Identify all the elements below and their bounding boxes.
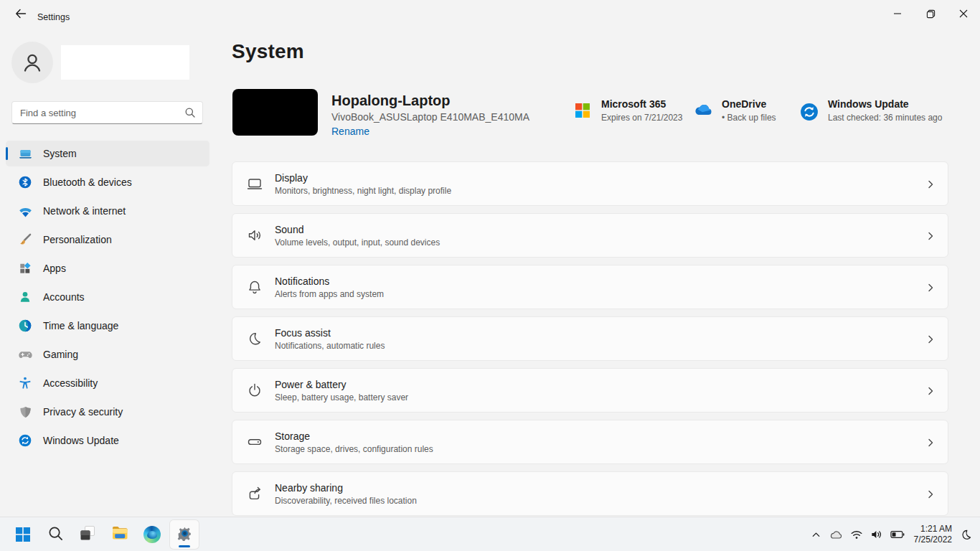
accessibility-icon: [17, 375, 33, 391]
status-card-subtitle: Last checked: 36 minutes ago: [828, 113, 942, 123]
volume-tray-icon[interactable]: [867, 529, 887, 540]
bell-icon: [246, 278, 263, 296]
row-sound[interactable]: Sound Volume levels, output, input, soun…: [232, 213, 948, 258]
settings-list: Display Monitors, brightness, night ligh…: [232, 161, 948, 523]
clock-time: 1:21 AM: [914, 524, 952, 534]
sidebar-item-label: Privacy & security: [43, 406, 123, 418]
device-name: Hopalong-Laptop: [331, 93, 529, 109]
sidebar-item-label: Accessibility: [43, 377, 98, 389]
search-input[interactable]: [12, 102, 202, 123]
shield-icon: [17, 404, 33, 420]
row-title: Power & battery: [275, 379, 408, 390]
row-display[interactable]: Display Monitors, brightness, night ligh…: [232, 161, 948, 206]
restore-button[interactable]: [914, 0, 947, 27]
taskbar-search-button[interactable]: [41, 520, 70, 549]
row-nearby-sharing[interactable]: Nearby sharing Discoverability, received…: [232, 471, 948, 516]
row-subtitle: Discoverability, received files location: [275, 496, 417, 506]
sidebar-item-label: Gaming: [43, 349, 78, 360]
sidebar-item-label: Bluetooth & devices: [43, 176, 132, 188]
wifi-icon: [17, 203, 33, 219]
row-subtitle: Storage space, drives, configuration rul…: [275, 444, 433, 454]
row-power-battery[interactable]: Power & battery Sleep, battery usage, ba…: [232, 368, 948, 413]
row-title: Nearby sharing: [275, 482, 417, 494]
sidebar-item-label: Accounts: [43, 291, 85, 303]
sidebar-item-apps[interactable]: Apps: [6, 255, 209, 281]
sidebar-item-label: System: [43, 148, 77, 159]
titlebar: Settings: [0, 0, 980, 29]
row-subtitle: Notifications, automatic rules: [275, 341, 385, 351]
row-subtitle: Monitors, brightness, night light, displ…: [275, 186, 451, 196]
edge-button[interactable]: [138, 520, 166, 549]
settings-taskbar-button[interactable]: [170, 520, 199, 549]
sidebar-item-personalization[interactable]: Personalization: [6, 227, 209, 253]
task-view-button[interactable]: [73, 520, 102, 549]
chevron-right-icon: [925, 489, 936, 503]
minimize-button[interactable]: [881, 0, 914, 27]
row-subtitle: Volume levels, output, input, sound devi…: [275, 237, 440, 248]
sidebar-item-system[interactable]: System: [6, 141, 209, 166]
sidebar-item-windows-update[interactable]: Windows Update: [6, 428, 209, 453]
status-card-microsoft-365[interactable]: Microsoft 365 Expires on 7/21/2023: [573, 98, 682, 123]
bluetooth-icon: [17, 174, 33, 190]
chevron-right-icon: [925, 334, 936, 348]
status-card-title: OneDrive: [722, 98, 776, 110]
file-explorer-icon: [110, 524, 129, 545]
onedrive-icon: [693, 103, 713, 117]
status-card-windows-update[interactable]: Windows Update Last checked: 36 minutes …: [799, 98, 942, 123]
person-icon: [20, 50, 44, 75]
row-storage[interactable]: Storage Storage space, drives, configura…: [232, 420, 948, 464]
apps-icon: [17, 260, 33, 276]
settings-gear-icon: [176, 524, 194, 545]
sidebar-item-gaming[interactable]: Gaming: [6, 342, 209, 367]
clock-globe-icon: [17, 318, 33, 334]
file-explorer-button[interactable]: [105, 520, 134, 549]
rename-link[interactable]: Rename: [331, 126, 369, 137]
windows-logo-icon: [14, 526, 32, 543]
sidebar-item-bluetooth-devices[interactable]: Bluetooth & devices: [6, 169, 209, 195]
sidebar-item-label: Network & internet: [43, 205, 126, 217]
edge-icon: [143, 526, 161, 543]
sidebar-item-network-internet[interactable]: Network & internet: [6, 198, 209, 224]
row-subtitle: Alerts from apps and system: [275, 289, 384, 299]
sidebar-item-label: Personalization: [43, 234, 112, 245]
sidebar-item-privacy-security[interactable]: Privacy & security: [6, 399, 209, 425]
sidebar-nav: System Bluetooth & devices Network & int…: [6, 141, 209, 456]
status-card-subtitle: Expires on 7/21/2023: [601, 113, 682, 123]
system-tray: 1:21 AM 7/25/2022: [807, 517, 976, 551]
row-focus-assist[interactable]: Focus assist Notifications, automatic ru…: [232, 316, 948, 361]
sidebar-item-accessibility[interactable]: Accessibility: [6, 370, 209, 396]
paintbrush-icon: [17, 232, 33, 248]
chevron-right-icon: [925, 385, 936, 400]
taskbar-clock[interactable]: 1:21 AM 7/25/2022: [914, 524, 952, 545]
sidebar-item-time-language[interactable]: Time & language: [6, 313, 209, 339]
tray-chevron-up-icon[interactable]: [807, 529, 825, 540]
device-thumbnail: [232, 89, 318, 136]
selected-indicator: [6, 147, 8, 160]
back-arrow-icon: [14, 7, 27, 23]
account-block[interactable]: [11, 42, 189, 83]
page-title: System: [232, 40, 304, 63]
search-box: [11, 101, 203, 124]
wifi-tray-icon[interactable]: [847, 529, 867, 540]
focus-assist-moon-icon[interactable]: [956, 529, 976, 541]
row-notifications[interactable]: Notifications Alerts from apps and syste…: [232, 265, 948, 309]
chevron-right-icon: [925, 437, 936, 451]
row-subtitle: Sleep, battery usage, battery saver: [275, 392, 408, 402]
row-title: Display: [275, 172, 451, 184]
close-button[interactable]: [947, 0, 980, 27]
onedrive-tray-icon[interactable]: [825, 529, 847, 540]
start-button[interactable]: [9, 520, 37, 549]
sidebar-item-accounts[interactable]: Accounts: [6, 284, 209, 310]
user-name-redacted: [61, 45, 189, 80]
window-title: Settings: [37, 12, 70, 22]
power-icon: [246, 382, 263, 399]
battery-tray-icon[interactable]: [887, 529, 908, 540]
back-button[interactable]: [9, 4, 33, 26]
row-title: Focus assist: [275, 327, 385, 339]
system-icon: [17, 146, 33, 161]
status-card-title: Microsoft 365: [601, 98, 682, 110]
status-card-onedrive[interactable]: OneDrive • Back up files: [693, 98, 776, 123]
window-controls: [881, 0, 980, 27]
storage-drive-icon: [246, 433, 263, 451]
search-icon: [184, 107, 196, 121]
